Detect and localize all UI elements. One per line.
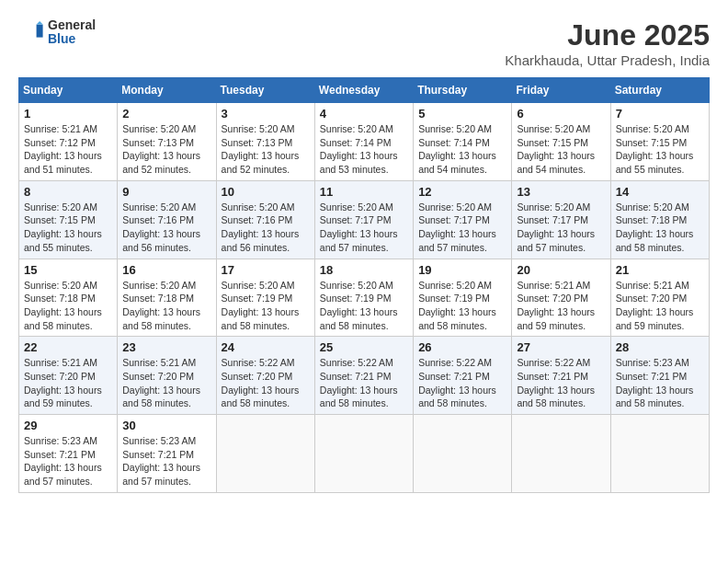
- sunrise-text: Sunrise: 5:20 AM: [122, 201, 196, 213]
- sunset-text: Sunset: 7:15 PM: [24, 214, 96, 225]
- day-info: Sunrise: 5:21 AM Sunset: 7:20 PM Dayligh…: [122, 356, 210, 410]
- sunrise-text: Sunrise: 5:20 AM: [320, 123, 393, 134]
- day-number: 17: [222, 263, 310, 277]
- logo-text: General Blue: [48, 18, 96, 47]
- day-number: 19: [418, 263, 506, 277]
- day-number: 2: [122, 107, 210, 121]
- sunset-text: Sunset: 7:21 PM: [320, 371, 392, 382]
- day-number: 24: [222, 340, 310, 354]
- day-info: Sunrise: 5:20 AM Sunset: 7:15 PM Dayligh…: [24, 201, 112, 255]
- day-number: 3: [222, 107, 310, 121]
- day-info: Sunrise: 5:20 AM Sunset: 7:16 PM Dayligh…: [222, 201, 310, 255]
- calendar-cell: [512, 415, 610, 493]
- daylight-text: Daylight: 13 hours and 57 minutes.: [418, 228, 496, 253]
- sunset-text: Sunset: 7:17 PM: [418, 214, 490, 225]
- daylight-text: Daylight: 13 hours and 52 minutes.: [222, 150, 300, 175]
- sunrise-text: Sunrise: 5:23 AM: [616, 357, 689, 368]
- day-number: 26: [418, 340, 506, 354]
- sunrise-text: Sunrise: 5:20 AM: [418, 280, 492, 291]
- calendar-cell: 21 Sunrise: 5:21 AM Sunset: 7:20 PM Dayl…: [610, 259, 709, 337]
- sunrise-text: Sunrise: 5:20 AM: [122, 123, 196, 134]
- sunset-text: Sunset: 7:20 PM: [517, 293, 588, 304]
- sunset-text: Sunset: 7:20 PM: [616, 293, 688, 304]
- sunset-text: Sunset: 7:13 PM: [122, 137, 194, 148]
- col-wednesday: Wednesday: [314, 78, 413, 103]
- day-number: 5: [418, 107, 506, 121]
- sunrise-text: Sunrise: 5:20 AM: [616, 201, 689, 213]
- svg-marker-0: [37, 25, 43, 38]
- daylight-text: Daylight: 13 hours and 57 minutes.: [24, 462, 102, 487]
- col-monday: Monday: [118, 78, 216, 103]
- day-info: Sunrise: 5:23 AM Sunset: 7:21 PM Dayligh…: [122, 434, 210, 488]
- daylight-text: Daylight: 13 hours and 54 minutes.: [418, 150, 496, 175]
- day-number: 9: [122, 185, 210, 199]
- calendar-cell: [414, 415, 512, 493]
- daylight-text: Daylight: 13 hours and 55 minutes.: [616, 150, 694, 175]
- day-number: 11: [320, 185, 408, 199]
- calendar-cell: 23 Sunrise: 5:21 AM Sunset: 7:20 PM Dayl…: [118, 337, 216, 415]
- daylight-text: Daylight: 13 hours and 56 minutes.: [122, 228, 200, 253]
- day-info: Sunrise: 5:20 AM Sunset: 7:19 PM Dayligh…: [418, 279, 506, 333]
- calendar-cell: 4 Sunrise: 5:20 AM Sunset: 7:14 PM Dayli…: [314, 103, 413, 181]
- day-info: Sunrise: 5:23 AM Sunset: 7:21 PM Dayligh…: [24, 434, 112, 488]
- sunset-text: Sunset: 7:17 PM: [320, 214, 392, 225]
- calendar-cell: 30 Sunrise: 5:23 AM Sunset: 7:21 PM Dayl…: [118, 415, 216, 493]
- daylight-text: Daylight: 13 hours and 59 minutes.: [616, 306, 694, 331]
- sunrise-text: Sunrise: 5:23 AM: [24, 435, 97, 446]
- calendar-cell: 11 Sunrise: 5:20 AM Sunset: 7:17 PM Dayl…: [314, 180, 413, 259]
- calendar-cell: 8 Sunrise: 5:20 AM Sunset: 7:15 PM Dayli…: [19, 180, 118, 259]
- day-info: Sunrise: 5:20 AM Sunset: 7:13 PM Dayligh…: [222, 122, 310, 177]
- sunset-text: Sunset: 7:18 PM: [616, 214, 688, 225]
- month-year: June 2025: [505, 18, 710, 52]
- day-info: Sunrise: 5:21 AM Sunset: 7:20 PM Dayligh…: [517, 279, 605, 333]
- daylight-text: Daylight: 13 hours and 58 minutes.: [122, 385, 200, 409]
- sunrise-text: Sunrise: 5:20 AM: [616, 123, 689, 134]
- col-tuesday: Tuesday: [216, 78, 314, 103]
- daylight-text: Daylight: 13 hours and 57 minutes.: [320, 228, 398, 253]
- daylight-text: Daylight: 13 hours and 58 minutes.: [320, 385, 398, 409]
- title-block: June 2025 Kharkhauda, Uttar Pradesh, Ind…: [505, 18, 710, 68]
- day-number: 10: [222, 185, 310, 199]
- daylight-text: Daylight: 13 hours and 52 minutes.: [122, 150, 200, 175]
- sunrise-text: Sunrise: 5:20 AM: [122, 280, 196, 291]
- day-number: 1: [24, 107, 112, 121]
- calendar-cell: 25 Sunrise: 5:22 AM Sunset: 7:21 PM Dayl…: [314, 337, 413, 415]
- day-number: 30: [122, 419, 210, 432]
- day-number: 21: [616, 263, 704, 277]
- sunrise-text: Sunrise: 5:20 AM: [24, 280, 97, 291]
- sunrise-text: Sunrise: 5:21 AM: [122, 357, 196, 368]
- sunset-text: Sunset: 7:20 PM: [222, 371, 293, 382]
- calendar-week-row: 8 Sunrise: 5:20 AM Sunset: 7:15 PM Dayli…: [19, 180, 710, 259]
- sunrise-text: Sunrise: 5:20 AM: [418, 123, 492, 134]
- sunrise-text: Sunrise: 5:20 AM: [222, 123, 295, 134]
- logo-general: General: [48, 18, 96, 32]
- day-info: Sunrise: 5:23 AM Sunset: 7:21 PM Dayligh…: [616, 356, 704, 410]
- daylight-text: Daylight: 13 hours and 58 minutes.: [616, 228, 694, 253]
- calendar-cell: 10 Sunrise: 5:20 AM Sunset: 7:16 PM Dayl…: [216, 180, 314, 259]
- day-info: Sunrise: 5:21 AM Sunset: 7:20 PM Dayligh…: [616, 279, 704, 333]
- sunrise-text: Sunrise: 5:21 AM: [517, 280, 590, 291]
- daylight-text: Daylight: 13 hours and 51 minutes.: [24, 150, 102, 175]
- sunset-text: Sunset: 7:19 PM: [418, 293, 490, 304]
- day-info: Sunrise: 5:20 AM Sunset: 7:15 PM Dayligh…: [517, 122, 605, 177]
- calendar-cell: 17 Sunrise: 5:20 AM Sunset: 7:19 PM Dayl…: [216, 259, 314, 337]
- logo: General Blue: [18, 18, 96, 47]
- col-saturday: Saturday: [610, 78, 709, 103]
- sunrise-text: Sunrise: 5:20 AM: [24, 201, 97, 213]
- day-info: Sunrise: 5:21 AM Sunset: 7:20 PM Dayligh…: [24, 356, 112, 410]
- calendar-cell: 28 Sunrise: 5:23 AM Sunset: 7:21 PM Dayl…: [610, 337, 709, 415]
- sunrise-text: Sunrise: 5:22 AM: [418, 357, 492, 368]
- sunrise-text: Sunrise: 5:20 AM: [320, 280, 393, 291]
- sunset-text: Sunset: 7:16 PM: [222, 214, 293, 225]
- sunrise-text: Sunrise: 5:22 AM: [320, 357, 393, 368]
- sunset-text: Sunset: 7:20 PM: [24, 371, 96, 382]
- sunrise-text: Sunrise: 5:21 AM: [24, 123, 97, 134]
- day-info: Sunrise: 5:22 AM Sunset: 7:21 PM Dayligh…: [517, 356, 605, 410]
- daylight-text: Daylight: 13 hours and 58 minutes.: [222, 306, 300, 331]
- sunset-text: Sunset: 7:13 PM: [222, 137, 293, 148]
- sunrise-text: Sunrise: 5:20 AM: [222, 201, 295, 213]
- sunset-text: Sunset: 7:21 PM: [122, 449, 194, 460]
- day-info: Sunrise: 5:20 AM Sunset: 7:14 PM Dayligh…: [320, 122, 408, 177]
- calendar-cell: [314, 415, 413, 493]
- calendar-cell: 2 Sunrise: 5:20 AM Sunset: 7:13 PM Dayli…: [118, 103, 216, 181]
